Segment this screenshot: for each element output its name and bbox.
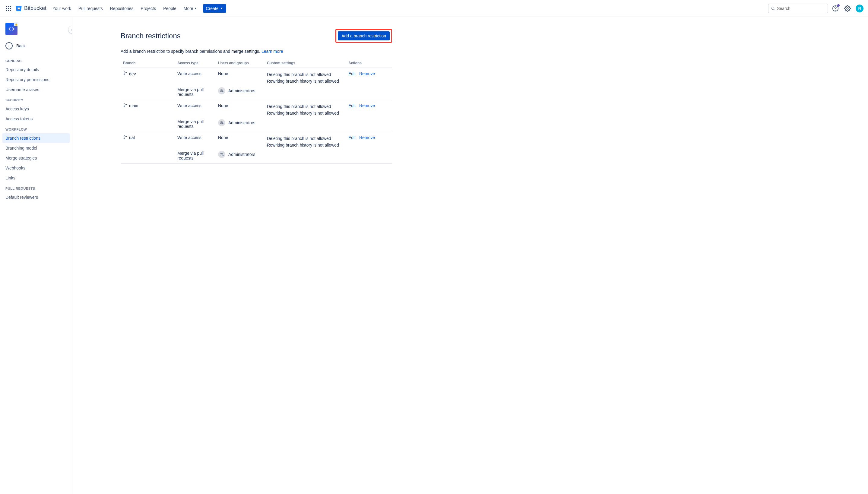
table-row: uatWrite accessNoneDeleting this branch … bbox=[121, 132, 392, 150]
svg-point-13 bbox=[221, 121, 222, 122]
nav-pull-requests[interactable]: Pull requests bbox=[75, 4, 106, 13]
highlight-annotation: Add a branch restriction bbox=[335, 29, 392, 43]
access-type: Merge via pull requests bbox=[175, 86, 216, 100]
nav-repositories[interactable]: Repositories bbox=[107, 4, 137, 13]
remove-link[interactable]: Remove bbox=[359, 103, 375, 108]
sidebar-collapse-toggle[interactable]: ◀ bbox=[69, 26, 72, 33]
sidebar-item-repository-details[interactable]: Repository details bbox=[2, 65, 70, 75]
add-branch-restriction-button[interactable]: Add a branch restriction bbox=[338, 31, 390, 40]
group-icon bbox=[218, 151, 225, 158]
custom-setting: Deleting this branch is not allowed bbox=[267, 103, 344, 110]
notification-dot bbox=[837, 4, 840, 7]
gear-icon bbox=[844, 5, 851, 12]
nav-projects[interactable]: Projects bbox=[138, 4, 159, 13]
svg-point-14 bbox=[222, 121, 223, 122]
settings-button[interactable] bbox=[843, 4, 852, 13]
section-label-security: Security bbox=[2, 95, 70, 104]
back-label: Back bbox=[16, 43, 26, 48]
svg-point-8 bbox=[221, 90, 222, 91]
search-icon bbox=[771, 6, 775, 11]
branch-icon bbox=[123, 135, 127, 140]
create-label: Create bbox=[206, 6, 219, 11]
sidebar-item-default-reviewers[interactable]: Default reviewers bbox=[2, 192, 70, 202]
custom-setting: Rewriting branch history is not allowed bbox=[267, 142, 344, 148]
group-name: Administrators bbox=[228, 152, 255, 157]
chevron-down-icon: ▼ bbox=[220, 7, 223, 10]
nav-your-work[interactable]: Your work bbox=[50, 4, 74, 13]
nav-more-label: More bbox=[184, 6, 193, 11]
sidebar-item-access-keys[interactable]: Access keys bbox=[2, 104, 70, 114]
access-type: Merge via pull requests bbox=[175, 118, 216, 132]
brand-name: Bitbucket bbox=[24, 5, 46, 12]
remove-link[interactable]: Remove bbox=[359, 71, 375, 76]
sidebar-item-access-tokens[interactable]: Access tokens bbox=[2, 114, 70, 124]
access-type: Write access bbox=[175, 68, 216, 86]
nav-more[interactable]: More ▼ bbox=[181, 4, 200, 13]
nav-people[interactable]: People bbox=[160, 4, 179, 13]
group-icon bbox=[218, 87, 225, 94]
svg-point-0 bbox=[771, 7, 774, 10]
avatar: N bbox=[856, 4, 864, 12]
brand-home-link[interactable]: Bitbucket bbox=[15, 5, 46, 12]
sidebar: ◀ 🔒 ← Back General Repository details Re… bbox=[0, 17, 72, 494]
learn-more-link[interactable]: Learn more bbox=[262, 49, 283, 54]
page-title: Branch restrictions bbox=[121, 32, 181, 40]
branch-name: dev bbox=[129, 72, 136, 76]
search-input[interactable] bbox=[777, 6, 825, 11]
profile-button[interactable]: N bbox=[855, 4, 864, 13]
col-header-branch: Branch bbox=[121, 59, 175, 68]
custom-setting: Rewriting branch history is not allowed bbox=[267, 110, 344, 116]
create-button[interactable]: Create ▼ bbox=[203, 4, 226, 13]
sidebar-item-repository-permissions[interactable]: Repository permissions bbox=[2, 75, 70, 84]
access-type: Merge via pull requests bbox=[175, 150, 216, 164]
svg-point-4 bbox=[847, 7, 848, 10]
back-link[interactable]: ← Back bbox=[2, 40, 70, 52]
table-row: Merge via pull requestsAdministrators bbox=[121, 86, 392, 100]
page-description: Add a branch restriction to specify bran… bbox=[121, 49, 392, 54]
project-tile[interactable]: 🔒 bbox=[5, 23, 18, 35]
sidebar-item-merge-strategies[interactable]: Merge strategies bbox=[2, 153, 70, 163]
branch-icon bbox=[123, 71, 127, 76]
access-type: Write access bbox=[175, 100, 216, 118]
sidebar-item-links[interactable]: Links bbox=[2, 173, 70, 183]
svg-point-6 bbox=[124, 75, 124, 75]
group-name: Administrators bbox=[228, 88, 255, 93]
grid-icon bbox=[6, 6, 11, 11]
svg-point-5 bbox=[124, 72, 124, 72]
section-label-general: General bbox=[2, 56, 70, 64]
chevron-down-icon: ▼ bbox=[194, 7, 197, 10]
section-label-pull-requests: Pull Requests bbox=[2, 183, 70, 192]
edit-link[interactable]: Edit bbox=[348, 71, 355, 76]
sidebar-item-branching-model[interactable]: Branching model bbox=[2, 143, 70, 153]
svg-point-3 bbox=[835, 10, 836, 10]
svg-point-9 bbox=[222, 90, 223, 91]
table-row: devWrite accessNoneDeleting this branch … bbox=[121, 68, 392, 86]
search-box[interactable] bbox=[768, 4, 828, 13]
edit-link[interactable]: Edit bbox=[348, 135, 355, 140]
custom-setting: Deleting this branch is not allowed bbox=[267, 135, 344, 142]
svg-point-18 bbox=[221, 153, 222, 154]
sidebar-item-username-aliases[interactable]: Username aliases bbox=[2, 85, 70, 94]
sidebar-item-webhooks[interactable]: Webhooks bbox=[2, 163, 70, 173]
back-arrow-icon: ← bbox=[5, 42, 13, 50]
custom-setting: Rewriting branch history is not allowed bbox=[267, 78, 344, 84]
edit-link[interactable]: Edit bbox=[348, 103, 355, 108]
app-switcher-button[interactable] bbox=[4, 4, 13, 13]
bitbucket-icon bbox=[15, 5, 22, 12]
code-icon bbox=[8, 26, 15, 32]
help-button[interactable] bbox=[831, 4, 840, 13]
users-groups: None bbox=[216, 68, 265, 86]
svg-line-1 bbox=[774, 9, 775, 10]
sidebar-item-branch-restrictions[interactable]: Branch restrictions bbox=[2, 133, 70, 143]
svg-point-15 bbox=[124, 135, 124, 136]
branch-name: uat bbox=[129, 135, 135, 140]
svg-point-19 bbox=[222, 153, 223, 154]
group-icon bbox=[218, 119, 225, 126]
svg-point-11 bbox=[124, 106, 124, 107]
remove-link[interactable]: Remove bbox=[359, 135, 375, 140]
col-header-access: Access type bbox=[175, 59, 216, 68]
col-header-users: Users and groups bbox=[216, 59, 265, 68]
table-row: Merge via pull requestsAdministrators bbox=[121, 150, 392, 164]
custom-setting: Deleting this branch is not allowed bbox=[267, 71, 344, 78]
users-groups: None bbox=[216, 100, 265, 118]
